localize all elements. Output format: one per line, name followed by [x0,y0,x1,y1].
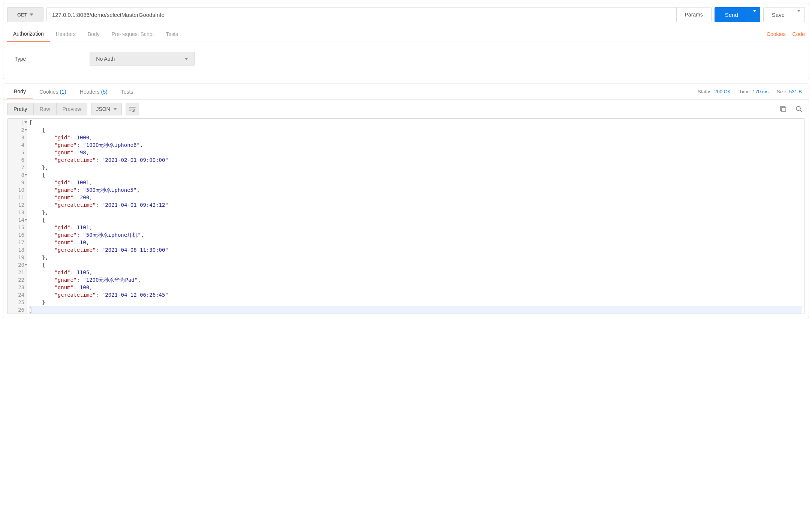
code-line: "gid": 1105, [29,269,802,276]
gutter-line: 7 [7,164,27,171]
chevron-down-icon [797,10,801,18]
code-line: "gcreatetime": "2021-04-08 11:30:00" [29,246,802,254]
resp-tab-headers[interactable]: Headers (5) [73,84,114,99]
cookies-count: (1) [60,89,66,95]
gutter-line: 18 [7,246,27,254]
gutter-line: 22 [7,276,27,284]
tab-body[interactable]: Body [82,26,106,42]
gutter-line: 25 [7,299,27,306]
resp-tab-headers-label: Headers [80,89,100,95]
code-line: "gname": "1000元秒杀iphone6", [29,141,802,149]
code-line: "gcreatetime": "2021-04-01 09:42:12" [29,201,802,209]
view-preview[interactable]: Preview [56,103,87,115]
tab-headers[interactable]: Headers [50,26,82,42]
gutter-line: 6 [7,156,27,164]
time-block: Time: 170 ms [739,89,769,94]
fold-arrow-icon[interactable] [24,174,27,176]
time-label: Time: [739,89,751,94]
code-link[interactable]: Code [793,31,805,37]
copy-icon [780,106,787,112]
size-block: Size: 531 B [777,89,802,94]
code-line: }, [29,254,802,261]
gutter-line: 17 [7,239,27,246]
view-pretty[interactable]: Pretty [7,103,33,115]
save-dropdown[interactable] [793,7,805,22]
gutter-line: 19 [7,254,27,261]
response-body: 1234567891011121314151617181920212223242… [7,118,805,314]
code-line: "gname": "50元秒杀iphone耳机", [29,231,802,239]
auth-type-select[interactable]: No Auth [90,52,195,66]
gutter-line: 14 [7,216,27,224]
response-panel: Body Cookies (1) Headers (5) Tests Statu… [3,84,809,318]
gutter-line: 11 [7,194,27,201]
resp-tab-body[interactable]: Body [7,84,33,99]
send-button[interactable]: Send [715,7,749,22]
resp-tab-tests[interactable]: Tests [114,84,140,99]
auth-type-value: No Auth [96,56,115,62]
chevron-down-icon [753,10,757,18]
gutter-line: 24 [7,291,27,299]
copy-button[interactable] [777,103,789,115]
gutter-line: 3 [7,134,27,141]
code-line: "gnum": 100, [29,284,802,291]
size-value: 531 B [789,89,802,94]
fold-arrow-icon[interactable] [24,264,27,266]
code-line: [ [29,119,802,126]
fold-arrow-icon[interactable] [24,219,27,221]
code-line: "gnum": 10, [29,239,802,246]
cookies-link[interactable]: Cookies [767,31,786,37]
view-mode-segment: Pretty Raw Preview [7,103,87,115]
gutter-line: 23 [7,284,27,291]
auth-type-label: Type [15,56,26,62]
code-line: "gcreatetime": "2021-02-01 09:00:00" [29,156,802,164]
method-label: GET [17,12,27,18]
gutter-line: 13 [7,209,27,216]
gutter-line: 12 [7,201,27,209]
code-line: }, [29,209,802,216]
url-input[interactable] [47,7,676,22]
status-label: Status: [698,89,713,94]
resp-tab-cookies-label: Cookies [39,89,58,95]
format-value: JSON [96,106,110,112]
gutter-line: 2 [7,126,27,134]
code-line: "gcreatetime": "2021-04-12 06:26:45" [29,291,802,299]
url-group: Params [46,7,712,22]
tab-authorization[interactable]: Authorization [7,26,50,42]
code-line: "gid": 1101, [29,224,802,231]
code-line: "gid": 1000, [29,134,802,141]
resp-tab-cookies[interactable]: Cookies (1) [33,84,73,99]
send-group: Send [715,7,760,22]
code-line: "gnum": 98, [29,149,802,156]
code-line: "gname": "1200元秒杀华为Pad", [29,276,802,284]
headers-count: (5) [101,89,108,95]
tab-pre-request[interactable]: Pre-request Script [106,26,160,42]
code-line: "gnum": 200, [29,194,802,201]
svg-line-3 [800,110,802,112]
fold-arrow-icon[interactable] [24,129,27,131]
time-value: 170 ms [752,89,769,94]
gutter-line: 16 [7,231,27,239]
wrap-toggle[interactable] [126,103,139,115]
status-value: 200 OK [714,89,731,94]
params-button[interactable]: Params [676,7,711,22]
gutter-line: 15 [7,224,27,231]
format-select[interactable]: JSON [91,103,121,115]
svg-point-2 [796,106,800,111]
code-lines[interactable]: [ { "gid": 1000, "gname": "1000元秒杀iphone… [27,119,805,314]
gutter-line: 4 [7,141,27,149]
svg-rect-1 [782,108,786,112]
send-dropdown[interactable] [749,7,760,22]
code-line: "gid": 1001, [29,179,802,186]
tab-tests[interactable]: Tests [160,26,184,42]
method-dropdown[interactable]: GET [7,7,43,22]
search-button[interactable] [793,103,805,115]
save-button[interactable]: Save [763,7,793,22]
gutter-line: 26 [7,306,27,314]
view-raw[interactable]: Raw [33,103,56,115]
code-line: "gname": "500元秒杀iphone5", [29,186,802,194]
save-group: Save [763,7,805,22]
line-gutter: 1234567891011121314151617181920212223242… [7,119,27,314]
fold-arrow-icon[interactable] [24,121,27,123]
request-panel: GET Params Send Save Authorization Heade… [3,3,809,79]
auth-section: Type No Auth [3,42,809,79]
